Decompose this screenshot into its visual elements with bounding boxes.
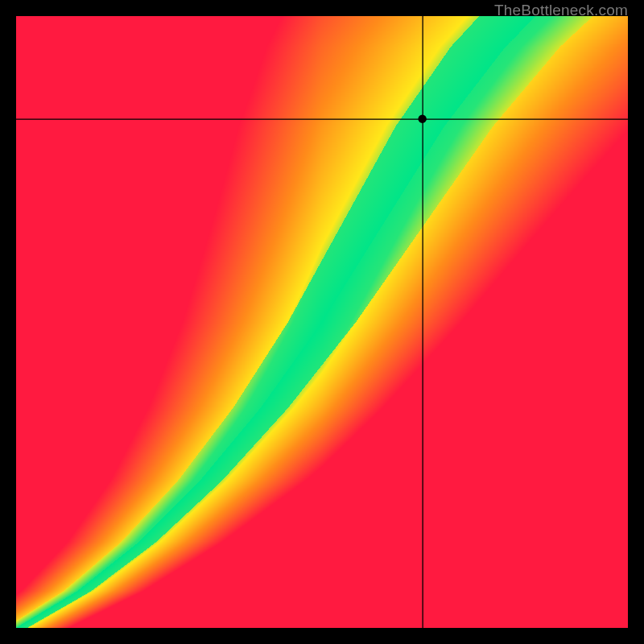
heatmap-canvas bbox=[16, 16, 628, 628]
heatmap-plot-area bbox=[16, 16, 628, 628]
chart-container: TheBottleneck.com bbox=[0, 0, 644, 644]
